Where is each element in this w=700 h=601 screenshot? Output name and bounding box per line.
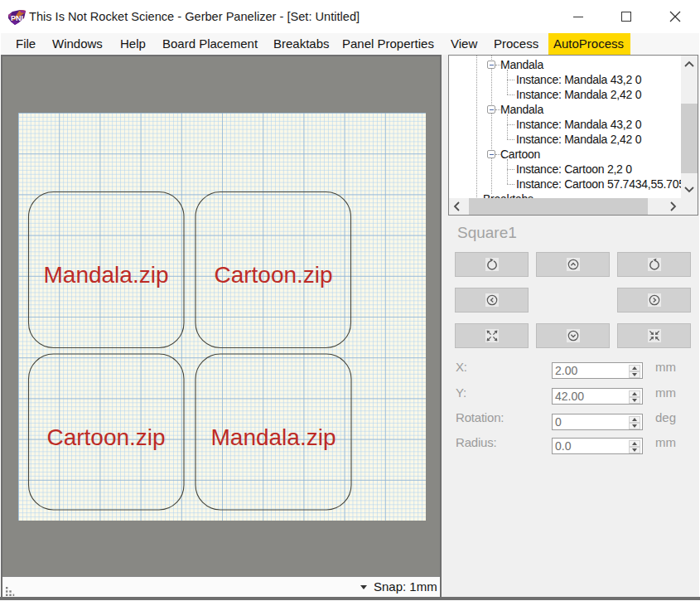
- svg-text:Cartoon.zip: Cartoon.zip: [214, 262, 332, 288]
- svg-text:PNL: PNL: [11, 14, 27, 22]
- svg-text:Mandala.zip: Mandala.zip: [44, 262, 169, 288]
- svg-text:Cartoon.zip: Cartoon.zip: [46, 424, 165, 450]
- svg-text:Mandala.zip: Mandala.zip: [211, 424, 336, 450]
